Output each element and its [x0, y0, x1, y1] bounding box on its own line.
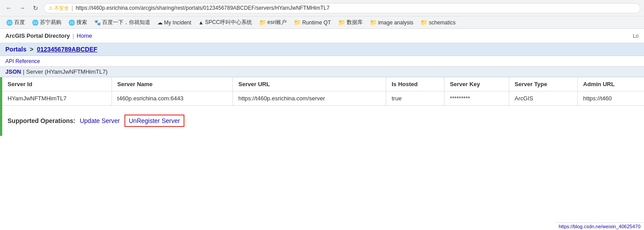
api-ref-link[interactable]: API Reference [5, 58, 40, 64]
paw-icon: 🐾 [94, 20, 101, 26]
bookmark-label: Runtime QT [302, 20, 331, 26]
bookmark-suning[interactable]: 🌐 苏宁易购 [29, 18, 64, 27]
bookmark-label: SPCC呼叫中心系统 [205, 19, 252, 26]
server-table: Server Id Server Name Server URL Is Host… [2, 77, 644, 106]
bookmarks-bar: 🌐 百度 🌐 苏宁易购 🌐 搜索 🐾 百度一下，你就知道 ☁ My Incide… [0, 16, 644, 28]
bookmark-label: 搜索 [76, 19, 87, 26]
bookmark-myincident[interactable]: ☁ My Incident [155, 19, 194, 27]
bookmark-label: image analysis [378, 20, 413, 26]
col-server-key: Server Key [444, 77, 509, 91]
cell-server-url: https://t460p.esrichina.com/server [233, 91, 386, 106]
warning-icon: ⚠ [48, 5, 53, 11]
update-server-link[interactable]: Update Server [80, 117, 120, 124]
col-server-url: Server URL [233, 77, 386, 91]
globe-icon: 🌐 [32, 20, 39, 26]
main-content: Server Id Server Name Server URL Is Host… [2, 77, 644, 136]
home-link[interactable]: Home [77, 32, 92, 39]
data-table-wrapper: Server Id Server Name Server URL Is Host… [2, 77, 644, 106]
folder-icon: 📁 [338, 19, 345, 26]
cell-admin-url: https://t460 [578, 91, 644, 106]
globe-icon: 🌐 [6, 20, 13, 26]
bookmark-label: 百度一下，你就知道 [102, 19, 150, 26]
bookmark-spcc[interactable]: ▲ SPCC呼叫中心系统 [196, 18, 254, 27]
bookmark-label: 百度 [14, 19, 25, 26]
bookmark-label: 苏宁易购 [40, 19, 61, 26]
cell-server-id: HYamJwNFTMHimTL7 [2, 91, 112, 106]
bookmark-label: schematics [429, 20, 456, 26]
json-link[interactable]: JSON [5, 68, 21, 75]
security-warning: ⚠ 不安全 [48, 5, 69, 12]
page-header-left: ArcGIS Portal Directory | Home [5, 32, 92, 39]
bookmark-schematics[interactable]: 📁 schematics [418, 18, 458, 27]
bookmark-label: My Incident [164, 20, 191, 26]
bookmark-baiduyixia[interactable]: 🐾 百度一下，你就知道 [92, 18, 153, 27]
globe-icon: 🌐 [68, 20, 75, 26]
page-header-right: Lo [633, 33, 639, 39]
col-server-name: Server Name [112, 77, 233, 91]
cell-server-key: ********* [444, 91, 509, 106]
cloud-icon: ☁ [157, 20, 163, 26]
page-title: ArcGIS Portal Directory [5, 32, 70, 39]
table-row: HYamJwNFTMHimTL7 t460p.esrichina.com:644… [2, 91, 644, 106]
back-button[interactable]: ← [4, 3, 14, 13]
bookmark-runtimeqt[interactable]: 📁 Runtime QT [291, 18, 334, 27]
portals-link[interactable]: Portals [5, 46, 26, 53]
breadcrumb-section: Portals > 0123456789ABCDEF [0, 43, 644, 56]
bookmark-search[interactable]: 🌐 搜索 [66, 18, 90, 27]
bookmark-imageanalysis[interactable]: 📁 image analysis [367, 18, 416, 27]
unregister-highlight-box: UnRegister Server [124, 115, 184, 127]
triangle-icon: ▲ [198, 20, 204, 26]
api-ref-section: API Reference [0, 56, 644, 67]
cell-is-hosted: true [386, 91, 444, 106]
page-header: ArcGIS Portal Directory | Home Lo [0, 29, 644, 43]
nav-bar: ← → ↻ ⚠ 不安全 | https://t460p.esrichina.co… [0, 0, 644, 16]
json-label: Server (HYamJwNFTMHimTL7) [26, 68, 108, 75]
address-bar[interactable]: ⚠ 不安全 | https://t460p.esrichina.com/arcg… [44, 3, 640, 13]
header-divider: | [72, 32, 74, 39]
operations-label: Supported Operations: [8, 117, 75, 124]
folder-icon: 📁 [294, 19, 301, 26]
bookmark-baidu[interactable]: 🌐 百度 [4, 18, 28, 27]
page-content: ArcGIS Portal Directory | Home Lo Portal… [0, 29, 644, 136]
breadcrumb-separator: > [30, 46, 33, 53]
url-text: https://t460p.esrichina.com/arcgis/shari… [76, 5, 329, 11]
col-admin-url: Admin URL [578, 77, 644, 91]
unregister-server-link[interactable]: UnRegister Server [129, 117, 180, 124]
reload-button[interactable]: ↻ [30, 3, 41, 13]
url-separator: | [72, 5, 73, 11]
bookmark-label: 数据库 [347, 19, 363, 26]
col-server-id: Server Id [2, 77, 112, 91]
table-header-row: Server Id Server Name Server URL Is Host… [2, 77, 644, 91]
forward-button[interactable]: → [17, 3, 28, 13]
operations-section: Supported Operations: Update Server UnRe… [2, 106, 644, 136]
folder-icon: 📁 [259, 19, 266, 26]
col-is-hosted: Is Hosted [386, 77, 444, 91]
content-area: Server Id Server Name Server URL Is Host… [0, 77, 644, 136]
cell-server-type: ArcGIS [509, 91, 577, 106]
browser-chrome: ← → ↻ ⚠ 不安全 | https://t460p.esrichina.co… [0, 0, 644, 29]
breadcrumb-current[interactable]: 0123456789ABCDEF [37, 46, 97, 53]
cell-server-name: t460p.esrichina.com:6443 [112, 91, 233, 106]
folder-icon: 📁 [420, 19, 428, 26]
json-sep: | [23, 68, 24, 75]
security-text: 不安全 [54, 5, 69, 12]
bookmark-database[interactable]: 📁 数据库 [336, 18, 365, 27]
folder-icon: 📁 [370, 19, 377, 26]
col-server-type: Server Type [509, 77, 577, 91]
bookmark-label: esri账户 [268, 19, 287, 26]
json-section: JSON | Server (HYamJwNFTMHimTL7) [0, 67, 644, 77]
bookmark-esri[interactable]: 📁 esri账户 [256, 18, 289, 27]
